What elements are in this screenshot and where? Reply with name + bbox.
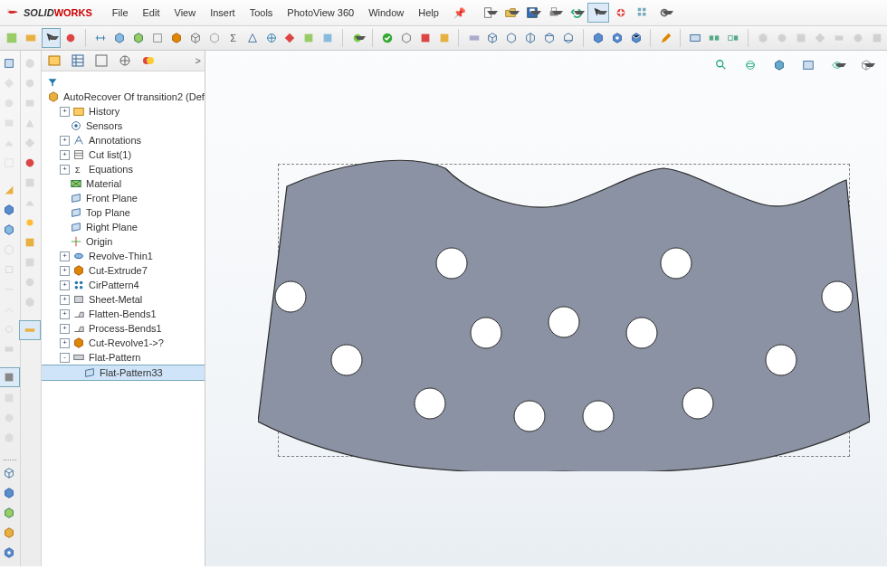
vtool-tan[interactable] bbox=[0, 181, 19, 199]
menu-file[interactable]: File bbox=[105, 5, 136, 20]
hud-zoom-icon[interactable] bbox=[711, 56, 731, 74]
vtool2[interactable] bbox=[20, 74, 40, 92]
cmd-wire[interactable] bbox=[186, 29, 204, 47]
menu-pv360[interactable]: PhotoView 360 bbox=[280, 5, 361, 20]
cmd-sheet[interactable] bbox=[148, 29, 166, 47]
flat-pattern-part[interactable] bbox=[258, 159, 870, 471]
cmd-sigma[interactable]: Σ bbox=[224, 29, 242, 47]
cmd-cube1[interactable] bbox=[111, 29, 129, 47]
tree-row[interactable]: Right Plane bbox=[42, 220, 205, 234]
expand-icon[interactable]: + bbox=[60, 266, 70, 276]
tree-row[interactable]: +CirPattern4 bbox=[42, 278, 205, 292]
vtool2[interactable] bbox=[20, 94, 40, 112]
cmd-sect[interactable] bbox=[465, 29, 482, 47]
cmd-btn[interactable] bbox=[435, 29, 453, 47]
vtool[interactable] bbox=[0, 154, 19, 172]
vtool[interactable] bbox=[0, 54, 19, 72]
cmd-cut[interactable] bbox=[167, 29, 185, 47]
vtool-active[interactable] bbox=[0, 367, 20, 387]
cmd-solid3[interactable] bbox=[627, 29, 644, 47]
vtool[interactable] bbox=[0, 300, 19, 318]
feature-tree[interactable]: AutoRecover Of transition2 (Default<<D +… bbox=[42, 71, 205, 566]
settings-button[interactable] bbox=[654, 4, 674, 22]
expand-icon[interactable]: + bbox=[60, 107, 70, 117]
fmgr-tab-more[interactable]: > bbox=[196, 55, 201, 66]
tree-row[interactable]: +Sheet-Metal bbox=[42, 292, 205, 307]
vtool2[interactable] bbox=[20, 134, 40, 152]
fmgr-tab-conf[interactable] bbox=[94, 53, 109, 68]
vtool[interactable] bbox=[0, 280, 19, 299]
cmd-check[interactable] bbox=[378, 29, 396, 47]
vtool[interactable] bbox=[0, 74, 19, 92]
expand-icon[interactable]: + bbox=[60, 150, 70, 160]
expand-icon[interactable]: + bbox=[60, 280, 70, 290]
cmd-rel1[interactable] bbox=[706, 29, 723, 47]
vtool[interactable] bbox=[0, 134, 19, 152]
cmd-pv[interactable] bbox=[349, 29, 367, 47]
cmd-btn[interactable] bbox=[4, 29, 21, 47]
save-button[interactable] bbox=[522, 4, 542, 22]
cmd-solid1[interactable] bbox=[590, 29, 607, 47]
vtool[interactable] bbox=[0, 340, 19, 358]
menu-edit[interactable]: Edit bbox=[136, 5, 167, 20]
expand-icon[interactable]: + bbox=[60, 251, 70, 261]
cmd-dim[interactable] bbox=[92, 29, 110, 47]
vtool-iso[interactable] bbox=[0, 544, 19, 562]
cmd-btn[interactable] bbox=[320, 29, 337, 47]
cmd-geom[interactable] bbox=[243, 29, 261, 47]
vtool[interactable] bbox=[0, 320, 19, 338]
vtool-iso[interactable] bbox=[0, 464, 19, 482]
tree-row[interactable]: Origin bbox=[42, 234, 205, 249]
cmd-rel2[interactable] bbox=[725, 29, 742, 47]
cmd-iso4[interactable] bbox=[541, 29, 558, 47]
vtool[interactable] bbox=[0, 409, 19, 427]
tree-row-child[interactable]: Flat-Pattern33 bbox=[42, 365, 205, 381]
tree-row[interactable]: +ΣEquations bbox=[42, 162, 205, 176]
tree-row[interactable]: -Flat-Pattern bbox=[42, 350, 205, 365]
expand-icon[interactable]: + bbox=[60, 324, 70, 334]
vtool-or[interactable] bbox=[20, 233, 40, 251]
tree-row[interactable]: Top Plane bbox=[42, 205, 205, 220]
vtool-cube[interactable] bbox=[0, 201, 19, 219]
menu-help[interactable]: Help bbox=[411, 5, 446, 20]
vtool2[interactable] bbox=[20, 293, 40, 311]
vtool-iso[interactable] bbox=[0, 524, 19, 542]
vtool2[interactable] bbox=[20, 54, 40, 72]
vtool[interactable] bbox=[0, 94, 19, 112]
tree-row[interactable]: +Process-Bends1 bbox=[42, 321, 205, 336]
rebuild-button[interactable] bbox=[611, 4, 631, 22]
open-doc-button[interactable] bbox=[501, 4, 520, 22]
cmd-select[interactable] bbox=[42, 28, 61, 48]
cmd-btn[interactable] bbox=[416, 29, 434, 47]
menu-window[interactable]: Window bbox=[361, 5, 411, 20]
cmd-edit[interactable] bbox=[657, 29, 674, 47]
filter-row[interactable] bbox=[42, 75, 205, 90]
new-doc-button[interactable] bbox=[479, 4, 499, 22]
vtool[interactable] bbox=[0, 114, 19, 132]
vtool[interactable] bbox=[0, 261, 19, 279]
cmd-iso1[interactable] bbox=[484, 29, 501, 47]
tree-row[interactable]: +Cut-Revolve1->? bbox=[42, 336, 205, 350]
tree-row[interactable]: Front Plane bbox=[42, 191, 205, 205]
cmd-cube2[interactable] bbox=[129, 29, 147, 47]
tree-root[interactable]: AutoRecover Of transition2 (Default<<D bbox=[42, 90, 205, 104]
pin-icon[interactable]: 📌 bbox=[453, 7, 466, 19]
vtool2[interactable] bbox=[20, 194, 40, 212]
menu-insert[interactable]: Insert bbox=[203, 5, 243, 20]
fmgr-tab-prop[interactable] bbox=[71, 53, 85, 68]
tree-row[interactable]: +Flatten-Bends1 bbox=[42, 307, 205, 321]
expand-icon[interactable]: + bbox=[60, 295, 70, 305]
tree-row[interactable]: +Cut-Extrude7 bbox=[42, 263, 205, 278]
undo-button[interactable] bbox=[566, 4, 586, 22]
vtool[interactable] bbox=[0, 389, 19, 407]
tree-row[interactable]: +Cut list(1) bbox=[42, 147, 205, 162]
menu-view[interactable]: View bbox=[167, 5, 204, 20]
expand-icon[interactable]: + bbox=[60, 338, 70, 348]
tree-row[interactable]: +Revolve-Thin1 bbox=[42, 249, 205, 263]
vtool[interactable] bbox=[0, 429, 19, 447]
vtool2[interactable] bbox=[20, 114, 40, 132]
vtool2[interactable] bbox=[20, 253, 40, 271]
options-grid-button[interactable] bbox=[633, 4, 653, 22]
vtool-sun[interactable] bbox=[20, 213, 40, 232]
fmgr-tab-tree[interactable] bbox=[47, 53, 62, 68]
